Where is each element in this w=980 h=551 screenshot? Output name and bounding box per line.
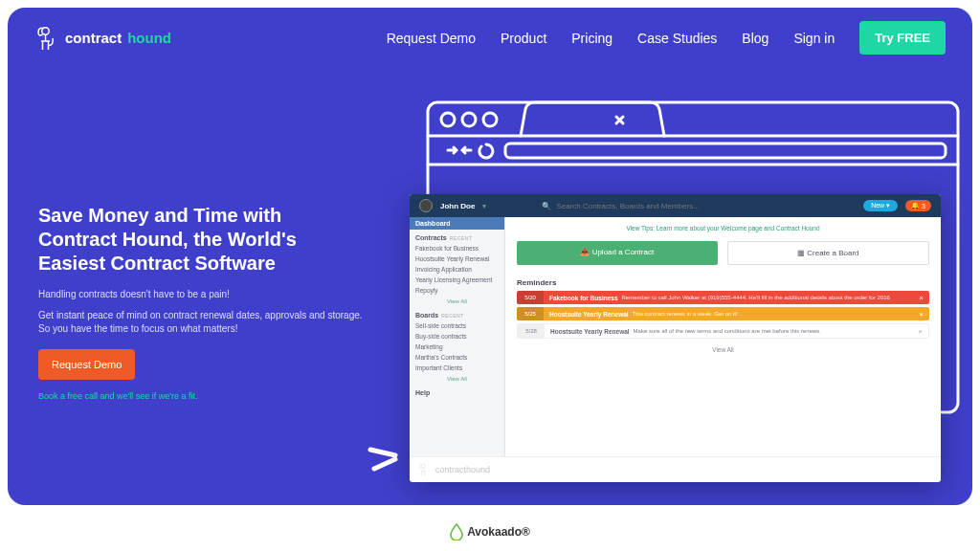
nav-product[interactable]: Product	[501, 31, 546, 46]
search-bar[interactable]: 🔍	[542, 202, 856, 210]
try-free-button[interactable]: Try FREE	[859, 21, 946, 55]
upload-contract-button[interactable]: 📤 Upload a Contract	[517, 241, 718, 265]
search-input[interactable]	[556, 202, 747, 210]
svg-point-5	[483, 113, 497, 126]
brand-text-2: hound	[127, 30, 171, 46]
reminder-desc: Make sure all of the new terms and condi…	[634, 328, 913, 334]
reminder-desc: Remember to call John Walker at (919)555…	[622, 295, 914, 300]
sidebar-item[interactable]: Fakebook for Business	[410, 243, 504, 253]
app-header: John Doe ▾ 🔍 New ▾ 🔔 3	[410, 194, 941, 217]
sidebar-viewall[interactable]: View All	[410, 296, 504, 307]
reminder-date: 5/25	[517, 307, 544, 320]
app-sidebar: Dashboard ContractsRECENT Fakebook for B…	[410, 217, 505, 456]
sidebar-viewall[interactable]: View All	[410, 373, 504, 385]
svg-point-4	[462, 113, 476, 126]
svg-point-3	[441, 113, 455, 126]
page-footer: Avokaado®	[0, 513, 980, 551]
hero-copy: Save Money and Time with Contract Hound,…	[38, 204, 364, 401]
nav-pricing[interactable]: Pricing	[571, 31, 612, 46]
new-button[interactable]: New ▾	[863, 200, 898, 211]
sidebar-item[interactable]: Important Clients	[410, 363, 504, 373]
avatar[interactable]	[419, 199, 433, 212]
nav-links: Request Demo Product Pricing Case Studie…	[387, 21, 946, 55]
avokaado-logo[interactable]: Avokaado®	[450, 523, 530, 540]
sidebar-item[interactable]: Repoyly	[410, 285, 504, 296]
sidebar-item[interactable]: Hoostsuite Yearly Renewal	[410, 253, 504, 264]
reminders-viewall[interactable]: View All	[517, 346, 929, 353]
request-demo-button[interactable]: Request Demo	[38, 349, 135, 380]
sidebar-item[interactable]: Martha's Contracts	[410, 352, 504, 363]
hound-icon	[34, 24, 59, 53]
sidebar-item[interactable]: Buy-side contracts	[410, 331, 504, 342]
droplet-icon	[450, 523, 463, 540]
reminder-name: Hoostsuite Yearly Renewal	[545, 328, 634, 335]
reminder-desc: This contract renews in a week. Get on i…	[633, 311, 914, 317]
app-footer-logo: contracthound	[410, 456, 941, 482]
nav-case-studies[interactable]: Case Studies	[637, 31, 717, 46]
app-main: View Tips: Learn more about your Welcome…	[505, 217, 941, 456]
nav-request-demo[interactable]: Request Demo	[387, 31, 476, 46]
create-board-button[interactable]: ▦ Create a Board	[727, 241, 930, 265]
search-icon: 🔍	[542, 202, 551, 210]
subhead-2: Get instant peace of mind on contract re…	[38, 309, 364, 336]
book-call-link[interactable]: Book a free call and we'll see if we're …	[38, 391, 364, 401]
sidebar-help[interactable]: Help	[410, 385, 504, 398]
reminder-date: 5/28	[518, 324, 545, 338]
close-icon[interactable]: ×	[913, 310, 929, 319]
top-nav: contracthound Request Demo Product Prici…	[8, 8, 972, 55]
user-name: John Doe	[440, 202, 475, 210]
close-icon[interactable]: ×	[912, 327, 928, 336]
reminders-title: Reminders	[517, 278, 929, 287]
arrow-sketch-icon	[367, 436, 407, 480]
sidebar-item[interactable]: Invoicing Application	[410, 264, 504, 275]
reminder-row[interactable]: 5/28 Hoostsuite Yearly Renewal Make sure…	[517, 323, 929, 339]
subhead-1: Handling contracts doesn't have to be a …	[38, 289, 364, 299]
view-tips-link[interactable]: View Tips: Learn more about your Welcome…	[517, 225, 929, 231]
brand-logo[interactable]: contracthound	[34, 24, 171, 53]
sidebar-item[interactable]: Marketing	[410, 342, 504, 352]
headline: Save Money and Time with Contract Hound,…	[38, 204, 364, 276]
hero-card: contracthound Request Demo Product Prici…	[8, 8, 972, 505]
sidebar-dashboard[interactable]: Dashboard	[410, 217, 504, 230]
sidebar-boards-head[interactable]: BoardsRECENT	[410, 307, 504, 320]
reminder-name: Hoostsuite Yearly Renewal	[544, 311, 633, 318]
notification-button[interactable]: 🔔 3	[905, 200, 931, 211]
svg-rect-7	[505, 143, 946, 158]
nav-blog[interactable]: Blog	[742, 31, 768, 46]
reminder-row[interactable]: 5/25 Hoostsuite Yearly Renewal This cont…	[517, 307, 929, 320]
nav-sign-in[interactable]: Sign in	[793, 31, 835, 46]
hound-icon	[417, 462, 431, 477]
reminder-name: Fakebook for Business	[544, 295, 622, 301]
sidebar-item[interactable]: Sell-side contracts	[410, 320, 504, 331]
sidebar-item[interactable]: Yearly Licensing Agreement	[410, 275, 504, 285]
close-icon[interactable]: ×	[913, 294, 929, 302]
sidebar-contracts-head[interactable]: ContractsRECENT	[410, 230, 504, 243]
chevron-down-icon[interactable]: ▾	[482, 202, 486, 210]
brand-text-1: contract	[65, 30, 122, 46]
reminder-row[interactable]: 5/20 Fakebook for Business Remember to c…	[517, 291, 929, 304]
app-preview: John Doe ▾ 🔍 New ▾ 🔔 3 Dashboard Contrac…	[410, 194, 941, 482]
reminder-date: 5/20	[517, 291, 544, 304]
